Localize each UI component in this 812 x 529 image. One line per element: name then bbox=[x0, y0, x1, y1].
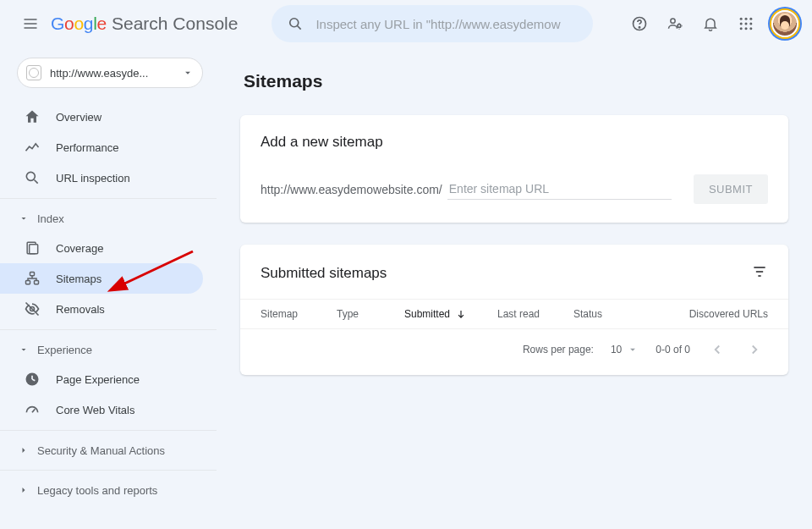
help-button[interactable] bbox=[629, 14, 650, 34]
sidebar-item-url-inspection[interactable]: URL inspection bbox=[0, 163, 203, 193]
chevron-right-icon bbox=[19, 485, 29, 495]
sidebar-section-label: Experience bbox=[37, 344, 92, 356]
sidebar-section-legacy[interactable]: Legacy tools and reports bbox=[0, 476, 217, 504]
app-header: Google Search Console bbox=[0, 0, 812, 47]
col-submitted-label: Submitted bbox=[404, 308, 450, 320]
page-title: Sitemaps bbox=[244, 71, 788, 91]
svg-rect-16 bbox=[30, 245, 38, 254]
sidebar-section-experience[interactable]: Experience bbox=[0, 335, 217, 364]
sitemap-icon bbox=[24, 270, 41, 287]
search-icon bbox=[24, 169, 41, 186]
sidebar-item-core-web-vitals[interactable]: Core Web Vitals bbox=[0, 394, 203, 425]
sidebar-section-label: Security & Manual Actions bbox=[37, 444, 165, 457]
svg-rect-18 bbox=[26, 281, 30, 284]
sidebar-item-performance[interactable]: Performance bbox=[0, 132, 203, 163]
property-selector[interactable]: http://www.easyde... bbox=[17, 58, 203, 88]
divider bbox=[0, 329, 217, 330]
svg-point-3 bbox=[671, 19, 675, 23]
sidebar-item-page-experience[interactable]: Page Experience bbox=[0, 364, 203, 394]
url-inspect-search[interactable] bbox=[272, 5, 593, 42]
svg-point-6 bbox=[745, 18, 748, 20]
svg-point-12 bbox=[745, 27, 748, 30]
svg-point-10 bbox=[749, 23, 752, 25]
page-experience-icon bbox=[24, 371, 41, 388]
sidebar: http://www.easyde... Overview Performanc… bbox=[0, 47, 217, 529]
sidebar-section-security[interactable]: Security & Manual Actions bbox=[0, 436, 217, 465]
svg-point-9 bbox=[745, 23, 748, 25]
hamburger-icon bbox=[22, 15, 39, 32]
sidebar-item-removals[interactable]: Removals bbox=[0, 294, 203, 324]
speedometer-icon bbox=[24, 401, 41, 418]
search-icon bbox=[287, 15, 304, 32]
col-sitemap[interactable]: Sitemap bbox=[261, 308, 337, 320]
chevron-down-icon bbox=[182, 67, 194, 79]
submit-button[interactable]: SUBMIT bbox=[694, 174, 768, 204]
svg-rect-19 bbox=[35, 281, 39, 284]
notifications-button[interactable] bbox=[700, 14, 721, 34]
prev-page-button[interactable] bbox=[707, 339, 727, 360]
apps-button[interactable] bbox=[736, 14, 756, 34]
sidebar-item-label: Removals bbox=[56, 303, 105, 316]
pagination-range: 0-0 of 0 bbox=[656, 344, 690, 355]
chevron-down-icon bbox=[19, 213, 29, 223]
help-icon bbox=[631, 15, 648, 32]
col-submitted[interactable]: Submitted bbox=[404, 308, 497, 320]
add-sitemap-card: Add a new sitemap http://www.easydemoweb… bbox=[240, 115, 788, 223]
url-inspect-input[interactable] bbox=[315, 17, 578, 31]
sitemap-url-input[interactable] bbox=[447, 179, 672, 200]
svg-point-14 bbox=[26, 172, 35, 180]
divider bbox=[0, 430, 217, 431]
sidebar-item-label: Performance bbox=[56, 141, 118, 154]
rows-per-page-select[interactable]: 10 bbox=[611, 344, 639, 355]
sidebar-item-coverage[interactable]: Coverage bbox=[0, 233, 203, 263]
user-settings-icon bbox=[667, 15, 683, 32]
chevron-right-icon bbox=[747, 342, 762, 357]
chevron-down-icon bbox=[627, 344, 639, 355]
svg-point-4 bbox=[678, 25, 681, 28]
hamburger-menu-button[interactable] bbox=[14, 7, 47, 41]
svg-point-5 bbox=[740, 18, 743, 20]
next-page-button[interactable] bbox=[744, 339, 765, 360]
main-content: Sitemaps Add a new sitemap http://www.ea… bbox=[217, 47, 812, 529]
sidebar-section-index[interactable]: Index bbox=[0, 204, 217, 233]
svg-point-0 bbox=[290, 19, 299, 27]
col-type[interactable]: Type bbox=[337, 308, 404, 320]
performance-icon bbox=[24, 139, 41, 156]
svg-point-13 bbox=[749, 27, 752, 30]
sidebar-item-label: Overview bbox=[56, 111, 102, 124]
manage-users-button[interactable] bbox=[665, 14, 685, 34]
col-last-read[interactable]: Last read bbox=[497, 308, 573, 320]
sidebar-item-sitemaps[interactable]: Sitemaps bbox=[0, 263, 203, 294]
submitted-sitemaps-card: Submitted sitemaps Sitemap Type Submitte… bbox=[240, 245, 788, 375]
svg-point-2 bbox=[639, 27, 639, 28]
divider bbox=[0, 198, 217, 199]
col-status[interactable]: Status bbox=[573, 308, 675, 320]
product-name: Search Console bbox=[112, 14, 238, 34]
logo: Google Search Console bbox=[51, 14, 238, 34]
chevron-left-icon bbox=[710, 342, 725, 357]
removals-icon bbox=[24, 300, 41, 317]
account-avatar[interactable] bbox=[771, 10, 798, 37]
header-actions bbox=[629, 10, 798, 37]
submitted-sitemaps-title: Submitted sitemaps bbox=[261, 265, 387, 282]
rows-per-page-label: Rows per page: bbox=[523, 344, 594, 355]
svg-point-7 bbox=[749, 18, 752, 20]
sidebar-item-label: URL inspection bbox=[56, 172, 130, 185]
property-label: http://www.easyde... bbox=[50, 67, 173, 80]
sitemaps-table-header: Sitemap Type Submitted Last read Status … bbox=[240, 299, 788, 328]
bell-icon bbox=[702, 15, 719, 32]
sidebar-section-label: Index bbox=[37, 212, 64, 225]
svg-rect-17 bbox=[30, 273, 35, 276]
home-icon bbox=[24, 108, 41, 125]
globe-icon bbox=[26, 65, 41, 80]
sidebar-item-label: Sitemaps bbox=[56, 273, 102, 285]
col-discovered-urls[interactable]: Discovered URLs bbox=[675, 308, 768, 320]
sitemap-url-prefix: http://www.easydemowebsite.com/ bbox=[261, 183, 442, 196]
sidebar-item-overview[interactable]: Overview bbox=[0, 102, 203, 132]
sort-desc-icon bbox=[455, 308, 467, 320]
filter-button[interactable] bbox=[751, 263, 768, 284]
table-pagination: Rows per page: 10 0-0 of 0 bbox=[240, 328, 788, 375]
chevron-right-icon bbox=[19, 445, 29, 455]
chevron-down-icon bbox=[19, 344, 29, 355]
apps-grid-icon bbox=[738, 15, 754, 32]
